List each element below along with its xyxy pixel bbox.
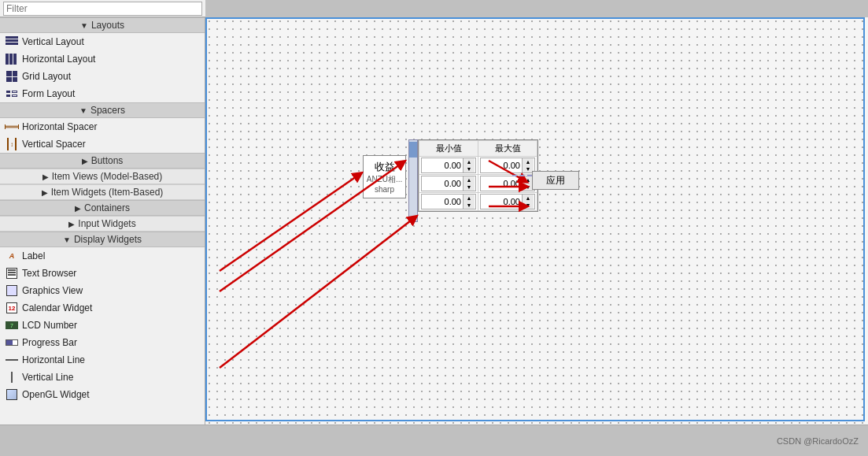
blue-scroll-thumb [409, 142, 417, 158]
form-layout-label: Form Layout [22, 88, 75, 99]
horizontal-line-icon [5, 353, 19, 367]
item-views-label: Item Views (Model-Based) [52, 171, 163, 182]
item-widgets-label: Item Widgets (Item-Based) [51, 187, 164, 198]
sidebar-item-label[interactable]: A Label [0, 247, 205, 265]
grid-layout-icon [5, 69, 19, 83]
spacers-label: Spacers [90, 105, 125, 116]
spin-up-min-0[interactable]: ▲ [464, 158, 475, 165]
vertical-spacer-icon: ↕ [5, 137, 19, 151]
table-row: ▲ ▼ ▲ ▼ [419, 193, 537, 211]
sidebar: ▼ Layouts Vertical Layout Horizontal Lay… [0, 17, 205, 424]
input-widgets-arrow: ▶ [68, 220, 75, 228]
table-row: ▲ ▼ ▲ ▼ [419, 175, 537, 193]
sidebar-item-text-browser[interactable]: Text Browser [0, 265, 205, 282]
spin-down-min-1[interactable]: ▼ [464, 184, 475, 191]
apply-button[interactable]: 应用 [532, 171, 579, 190]
spin-up-max-0[interactable]: ▲ [523, 158, 534, 165]
spin-up-max-2[interactable]: ▲ [523, 195, 534, 202]
spin-min-input-0[interactable] [422, 160, 463, 171]
display-widgets-label: Display Widgets [74, 234, 142, 245]
spin-min-input-1[interactable] [422, 178, 463, 189]
spacers-arrow: ▼ [79, 106, 87, 115]
spin-buttons-min-1: ▲ ▼ [463, 176, 475, 191]
sidebar-item-vertical-spacer[interactable]: ↕ Vertical Spacer [0, 135, 205, 153]
spin-max-input-2[interactable] [481, 196, 522, 207]
spin-min-input-2[interactable] [422, 196, 463, 207]
sidebar-item-calendar-widget[interactable]: 12 Calendar Widget [0, 299, 205, 317]
spin-buttons-max-2: ▲ ▼ [522, 195, 534, 209]
spin-max-input-1[interactable] [481, 178, 522, 189]
text-browser-icon [5, 266, 19, 280]
item-views-arrow: ▶ [42, 172, 49, 181]
spin-max-1[interactable]: ▲ ▼ [480, 176, 535, 191]
horizontal-layout-icon [5, 52, 19, 66]
bottom-bar: CSDN @RicardoOzZ [0, 424, 868, 456]
gain-label-text: 收益 [375, 160, 395, 174]
spin-up-min-1[interactable]: ▲ [464, 176, 475, 184]
table-cell-min-0: ▲ ▼ [419, 157, 478, 175]
spin-min-0[interactable]: ▲ ▼ [421, 158, 476, 173]
text-browser-label: Text Browser [22, 268, 76, 279]
canvas-inner [205, 17, 865, 421]
spin-down-max-2[interactable]: ▼ [523, 202, 534, 209]
item-widgets-arrow: ▶ [42, 188, 48, 197]
calendar-widget-label: Calendar Widget [22, 302, 92, 313]
blue-scroll-bar[interactable] [408, 139, 418, 222]
progress-bar-icon [5, 336, 19, 350]
spin-down-min-0[interactable]: ▼ [464, 165, 475, 172]
spin-max-input-0[interactable] [481, 160, 522, 171]
dashed-line-indicator [512, 175, 532, 176]
gain-sharp-text: sharp [375, 185, 394, 194]
buttons-header: ▶ Buttons [0, 153, 205, 169]
horizontal-layout-label: Horizontal Layout [22, 54, 95, 65]
table-cell-max-0: ▲ ▼ [478, 157, 537, 175]
table-cell-max-2: ▲ ▼ [478, 193, 537, 211]
spin-min-1[interactable]: ▲ ▼ [421, 176, 476, 191]
main-area: ▼ Layouts Vertical Layout Horizontal Lay… [0, 17, 868, 424]
col-max-header: 最大值 [478, 141, 537, 157]
form-layout-icon [5, 87, 19, 101]
gain-sub-text: ANZU相... [367, 174, 403, 185]
table-cell-min-1: ▲ ▼ [419, 175, 478, 193]
sidebar-item-horizontal-spacer[interactable]: Horizontal Spacer [0, 118, 205, 135]
watermark-text: CSDN @RicardoOzZ [777, 436, 859, 446]
vertical-layout-label: Vertical Layout [22, 36, 84, 47]
gain-label-widget[interactable]: 收益 ANZU相... sharp [363, 155, 406, 198]
sidebar-item-lcd-number[interactable]: 7 LCD Number [0, 317, 205, 334]
spin-max-2[interactable]: ▲ ▼ [480, 194, 535, 209]
canvas-area: 收益 ANZU相... sharp 最小值 最大值 [205, 17, 868, 424]
graphics-view-label: Graphics View [22, 285, 83, 296]
vertical-layout-icon [5, 35, 19, 49]
sidebar-item-grid-layout[interactable]: Grid Layout [0, 68, 205, 85]
col-min-header: 最小值 [419, 141, 478, 157]
layouts-arrow: ▼ [80, 21, 88, 30]
layouts-label: Layouts [91, 20, 124, 31]
sidebar-item-vertical-layout[interactable]: Vertical Layout [0, 33, 205, 50]
spacers-header: ▼ Spacers [0, 102, 205, 118]
containers-arrow: ▶ [75, 204, 81, 213]
table-cell-max-1: ▲ ▼ [478, 175, 537, 193]
sidebar-item-opengl-widget[interactable]: OpenGL Widget [0, 386, 205, 403]
spin-down-min-2[interactable]: ▼ [464, 202, 475, 209]
input-widgets-label: Input Widgets [78, 218, 135, 229]
sidebar-item-vertical-line[interactable]: Vertical Line [0, 369, 205, 386]
vertical-spacer-label: Vertical Spacer [22, 139, 86, 150]
lcd-number-label: LCD Number [22, 320, 77, 331]
table-row: ▲ ▼ ▲ ▼ [419, 157, 537, 175]
progress-bar-label: Progress Bar [22, 337, 77, 348]
containers-header: ▶ Containers [0, 200, 205, 216]
spin-buttons-min-0: ▲ ▼ [463, 158, 475, 172]
sidebar-item-horizontal-layout[interactable]: Horizontal Layout [0, 50, 205, 68]
spin-max-0[interactable]: ▲ ▼ [480, 158, 535, 173]
label-icon: A [5, 249, 19, 263]
sidebar-item-horizontal-line[interactable]: Horizontal Line [0, 351, 205, 369]
spin-min-2[interactable]: ▲ ▼ [421, 194, 476, 209]
input-widgets-header: ▶ Input Widgets [0, 216, 205, 232]
display-widgets-arrow: ▼ [63, 235, 71, 244]
sidebar-item-progress-bar[interactable]: Progress Bar [0, 334, 205, 351]
sidebar-item-graphics-view[interactable]: Graphics View [0, 282, 205, 299]
filter-input[interactable] [3, 2, 202, 16]
spin-up-min-2[interactable]: ▲ [464, 195, 475, 202]
opengl-widget-label: OpenGL Widget [22, 389, 90, 400]
sidebar-item-form-layout[interactable]: Form Layout [0, 85, 205, 102]
